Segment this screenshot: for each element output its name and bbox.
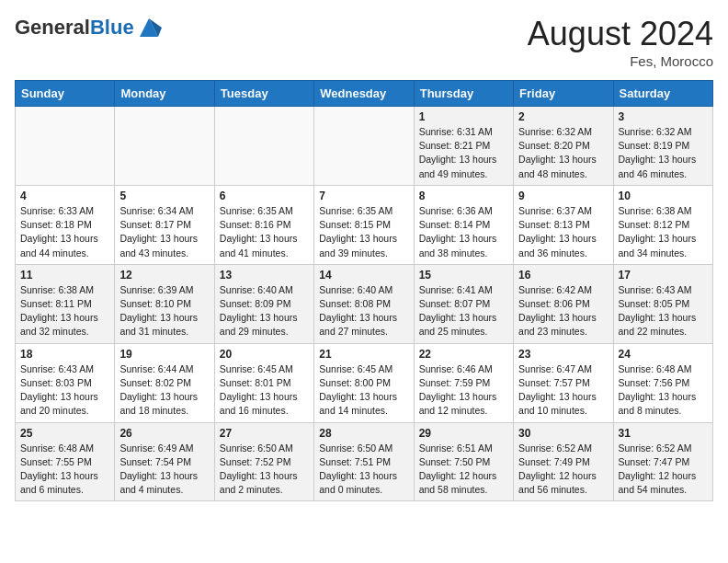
col-header-wednesday: Wednesday [314, 81, 414, 107]
day-info: Sunrise: 6:52 AM Sunset: 7:47 PM Dayligh… [619, 442, 708, 498]
day-info: Sunrise: 6:48 AM Sunset: 7:56 PM Dayligh… [619, 362, 708, 419]
day-info: Sunrise: 6:50 AM Sunset: 7:52 PM Dayligh… [220, 442, 309, 498]
day-info: Sunrise: 6:40 AM Sunset: 8:08 PM Dayligh… [319, 283, 408, 339]
calendar-cell: 18Sunrise: 6:43 AM Sunset: 8:03 PM Dayli… [16, 343, 115, 422]
day-number: 2 [518, 110, 608, 123]
calendar-cell: 23Sunrise: 6:47 AM Sunset: 7:57 PM Dayli… [514, 343, 613, 422]
calendar-cell: 11Sunrise: 6:38 AM Sunset: 8:11 PM Dayli… [16, 264, 115, 343]
col-header-saturday: Saturday [613, 81, 712, 107]
day-info: Sunrise: 6:52 AM Sunset: 7:49 PM Dayligh… [518, 442, 608, 498]
title-block: August 2024 Fes, Morocco [528, 15, 713, 69]
calendar-cell: 16Sunrise: 6:42 AM Sunset: 8:06 PM Dayli… [514, 264, 613, 343]
day-info: Sunrise: 6:33 AM Sunset: 8:18 PM Dayligh… [20, 204, 109, 260]
day-number: 20 [220, 348, 309, 361]
calendar-cell: 5Sunrise: 6:34 AM Sunset: 8:17 PM Daylig… [115, 185, 214, 264]
calendar-cell: 10Sunrise: 6:38 AM Sunset: 8:12 PM Dayli… [613, 185, 712, 264]
calendar-cell: 26Sunrise: 6:49 AM Sunset: 7:54 PM Dayli… [115, 422, 214, 501]
day-number: 4 [20, 190, 109, 202]
calendar-cell: 12Sunrise: 6:39 AM Sunset: 8:10 PM Dayli… [115, 264, 214, 343]
calendar-cell: 22Sunrise: 6:46 AM Sunset: 7:59 PM Dayli… [414, 343, 513, 422]
day-info: Sunrise: 6:41 AM Sunset: 8:07 PM Dayligh… [419, 283, 508, 339]
day-info: Sunrise: 6:42 AM Sunset: 8:06 PM Dayligh… [518, 283, 608, 339]
col-header-monday: Monday [115, 81, 214, 107]
day-number: 6 [220, 190, 309, 202]
calendar-cell: 30Sunrise: 6:52 AM Sunset: 7:49 PM Dayli… [514, 422, 613, 501]
col-header-thursday: Thursday [414, 81, 513, 107]
col-header-sunday: Sunday [16, 81, 115, 107]
day-info: Sunrise: 6:32 AM Sunset: 8:19 PM Dayligh… [619, 125, 708, 181]
calendar-cell: 29Sunrise: 6:51 AM Sunset: 7:50 PM Dayli… [414, 422, 513, 501]
day-number: 5 [119, 190, 209, 202]
day-number: 30 [518, 427, 608, 440]
calendar-cell: 21Sunrise: 6:45 AM Sunset: 8:00 PM Dayli… [314, 343, 414, 422]
calendar-cell: 20Sunrise: 6:45 AM Sunset: 8:01 PM Dayli… [214, 343, 313, 422]
location-subtitle: Fes, Morocco [528, 53, 713, 69]
calendar-cell: 31Sunrise: 6:52 AM Sunset: 7:47 PM Dayli… [613, 422, 712, 501]
month-year-title: August 2024 [528, 15, 713, 53]
day-number: 11 [20, 269, 109, 282]
day-info: Sunrise: 6:31 AM Sunset: 8:21 PM Dayligh… [419, 125, 508, 181]
calendar-cell [16, 107, 115, 186]
day-info: Sunrise: 6:46 AM Sunset: 7:59 PM Dayligh… [419, 362, 508, 419]
calendar-cell: 3Sunrise: 6:32 AM Sunset: 8:19 PM Daylig… [613, 107, 712, 186]
day-info: Sunrise: 6:37 AM Sunset: 8:13 PM Dayligh… [518, 204, 608, 260]
day-number: 12 [119, 269, 209, 282]
calendar-cell: 9Sunrise: 6:37 AM Sunset: 8:13 PM Daylig… [514, 185, 613, 264]
calendar-cell [214, 107, 313, 186]
logo: GeneralBlue [15, 15, 162, 40]
calendar-cell [115, 107, 214, 186]
calendar-cell: 27Sunrise: 6:50 AM Sunset: 7:52 PM Dayli… [214, 422, 313, 501]
day-number: 10 [619, 190, 708, 202]
day-number: 31 [619, 427, 708, 440]
day-number: 8 [419, 190, 508, 202]
day-info: Sunrise: 6:47 AM Sunset: 7:57 PM Dayligh… [518, 362, 608, 419]
day-number: 29 [419, 427, 508, 440]
day-info: Sunrise: 6:38 AM Sunset: 8:11 PM Dayligh… [20, 283, 109, 339]
calendar-cell: 4Sunrise: 6:33 AM Sunset: 8:18 PM Daylig… [16, 185, 115, 264]
day-number: 18 [20, 348, 109, 361]
calendar-cell: 15Sunrise: 6:41 AM Sunset: 8:07 PM Dayli… [414, 264, 513, 343]
day-info: Sunrise: 6:45 AM Sunset: 8:01 PM Dayligh… [220, 362, 309, 419]
day-number: 9 [518, 190, 608, 202]
day-number: 15 [419, 269, 508, 282]
day-number: 19 [119, 348, 209, 361]
day-number: 7 [319, 190, 408, 202]
calendar-cell: 13Sunrise: 6:40 AM Sunset: 8:09 PM Dayli… [214, 264, 313, 343]
day-number: 3 [619, 110, 708, 123]
calendar-cell: 6Sunrise: 6:35 AM Sunset: 8:16 PM Daylig… [214, 185, 313, 264]
col-header-friday: Friday [514, 81, 613, 107]
day-number: 14 [319, 269, 408, 282]
day-info: Sunrise: 6:34 AM Sunset: 8:17 PM Dayligh… [119, 204, 209, 260]
day-number: 17 [619, 269, 708, 282]
calendar-cell: 14Sunrise: 6:40 AM Sunset: 8:08 PM Dayli… [314, 264, 414, 343]
day-info: Sunrise: 6:50 AM Sunset: 7:51 PM Dayligh… [319, 442, 408, 498]
day-info: Sunrise: 6:45 AM Sunset: 8:00 PM Dayligh… [319, 362, 408, 419]
col-header-tuesday: Tuesday [214, 81, 313, 107]
day-info: Sunrise: 6:51 AM Sunset: 7:50 PM Dayligh… [419, 442, 508, 498]
day-info: Sunrise: 6:38 AM Sunset: 8:12 PM Dayligh… [619, 204, 708, 260]
calendar-cell: 28Sunrise: 6:50 AM Sunset: 7:51 PM Dayli… [314, 422, 414, 501]
logo-icon [136, 15, 162, 40]
logo-blue-text: Blue [90, 16, 134, 39]
day-info: Sunrise: 6:32 AM Sunset: 8:20 PM Dayligh… [518, 125, 608, 181]
calendar-cell: 25Sunrise: 6:48 AM Sunset: 7:55 PM Dayli… [16, 422, 115, 501]
day-info: Sunrise: 6:39 AM Sunset: 8:10 PM Dayligh… [119, 283, 209, 339]
calendar-table: SundayMondayTuesdayWednesdayThursdayFrid… [15, 80, 713, 501]
day-info: Sunrise: 6:43 AM Sunset: 8:03 PM Dayligh… [20, 362, 109, 419]
calendar-cell: 8Sunrise: 6:36 AM Sunset: 8:14 PM Daylig… [414, 185, 513, 264]
day-number: 16 [518, 269, 608, 282]
day-number: 27 [220, 427, 309, 440]
calendar-cell: 1Sunrise: 6:31 AM Sunset: 8:21 PM Daylig… [414, 107, 513, 186]
day-info: Sunrise: 6:43 AM Sunset: 8:05 PM Dayligh… [619, 283, 708, 339]
calendar-cell: 24Sunrise: 6:48 AM Sunset: 7:56 PM Dayli… [613, 343, 712, 422]
day-number: 22 [419, 348, 508, 361]
calendar-cell: 7Sunrise: 6:35 AM Sunset: 8:15 PM Daylig… [314, 185, 414, 264]
day-number: 1 [419, 110, 508, 123]
day-info: Sunrise: 6:36 AM Sunset: 8:14 PM Dayligh… [419, 204, 508, 260]
day-number: 13 [220, 269, 309, 282]
day-info: Sunrise: 6:35 AM Sunset: 8:15 PM Dayligh… [319, 204, 408, 260]
day-info: Sunrise: 6:44 AM Sunset: 8:02 PM Dayligh… [119, 362, 209, 419]
calendar-cell: 19Sunrise: 6:44 AM Sunset: 8:02 PM Dayli… [115, 343, 214, 422]
day-info: Sunrise: 6:40 AM Sunset: 8:09 PM Dayligh… [220, 283, 309, 339]
day-info: Sunrise: 6:48 AM Sunset: 7:55 PM Dayligh… [20, 442, 109, 498]
